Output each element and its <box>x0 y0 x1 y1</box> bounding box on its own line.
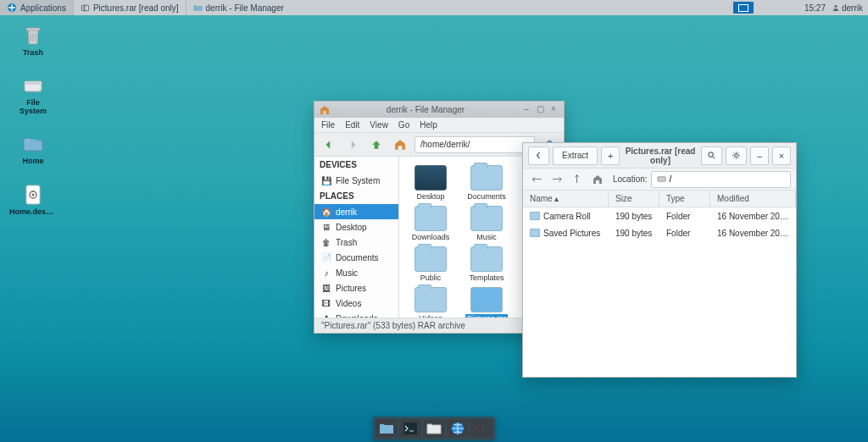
clock[interactable]: 15:27 <box>804 3 826 13</box>
fm-sidebar: DEVICES💾File SystemPLACES🏠derrik🖥Desktop… <box>314 157 399 318</box>
folder-icon <box>470 206 503 231</box>
add-button[interactable]: + <box>601 146 620 165</box>
desktop-icon-drive[interactable]: File System <box>12 74 54 115</box>
workspace-icon <box>733 2 754 14</box>
svg-point-12 <box>735 154 738 157</box>
home-button[interactable] <box>391 135 409 154</box>
dock-globe[interactable] <box>447 419 469 438</box>
location-path[interactable]: / <box>651 171 791 188</box>
dock-files[interactable] <box>376 419 398 438</box>
menu-file[interactable]: File <box>321 120 335 130</box>
minimize-button[interactable]: – <box>521 105 531 115</box>
fm-titlebar[interactable]: derrik - File Manager – ▢ × <box>314 102 564 118</box>
folder-icon <box>470 246 503 272</box>
archive-row[interactable]: Saved Pictures190 bytesFolder16 November… <box>523 224 796 241</box>
archive-row[interactable]: Camera Roll190 bytesFolder16 November 20… <box>523 207 796 224</box>
dock-terminal[interactable] <box>399 419 421 438</box>
status-text: "Pictures.rar" (533 bytes) RAR archive <box>321 321 465 330</box>
file-music[interactable]: Music <box>462 206 511 241</box>
sidebar-item-videos[interactable]: 🎞Videos <box>314 296 398 311</box>
drive-icon <box>21 74 45 97</box>
home-icon <box>394 139 406 151</box>
arch-title: Pictures.rar [read only] <box>623 146 698 165</box>
menu-help[interactable]: Help <box>420 120 437 130</box>
arch-file-list[interactable]: Name ▴SizeTypeModified Camera Roll190 by… <box>523 191 796 377</box>
applications-menu-button[interactable]: Applications <box>0 0 73 15</box>
forward-button[interactable] <box>343 135 362 154</box>
svg-rect-6 <box>25 81 42 85</box>
extract-button[interactable]: Extract <box>553 146 598 165</box>
taskbar-item-filemanager[interactable]: derrik - File Manager <box>186 0 291 15</box>
menu-view[interactable]: View <box>370 120 388 130</box>
documents-icon: 📄 <box>321 252 331 262</box>
nav-home-button[interactable] <box>589 171 606 188</box>
maximize-button[interactable]: ▢ <box>535 105 545 115</box>
trash-icon: 🗑 <box>321 237 331 247</box>
desktop-icon-folder[interactable]: Home <box>12 132 54 165</box>
music-icon: ♪ <box>321 268 331 278</box>
file-templates[interactable]: Templates <box>462 246 511 282</box>
back-button[interactable] <box>528 146 549 165</box>
path-text: /home/derrik/ <box>420 140 470 149</box>
svg-point-7 <box>39 88 41 90</box>
arrow-left-icon <box>323 139 335 151</box>
sidebar-item-downloads[interactable]: ⬇Downloads <box>314 311 398 318</box>
desktop-icon-label: Trash <box>23 49 43 57</box>
menu-button[interactable] <box>726 146 747 165</box>
user-menu[interactable]: derrik <box>832 3 863 13</box>
search-button[interactable] <box>701 146 722 165</box>
file-public[interactable]: Public <box>406 246 455 282</box>
sidebar-item-music[interactable]: ♪Music <box>314 265 398 280</box>
sidebar-item-derrik[interactable]: 🏠derrik <box>314 204 398 219</box>
svg-rect-2 <box>84 5 85 10</box>
file-documents[interactable]: Documents <box>462 165 511 201</box>
close-button[interactable]: × <box>772 146 791 165</box>
arrow-up-icon <box>370 139 382 151</box>
nav-forward-button[interactable]: 🡒 <box>548 171 565 188</box>
sidebar-item-file-system[interactable]: 💾File System <box>314 173 398 188</box>
taskbar-item-archive[interactable]: Pictures.rar [read only] <box>73 0 186 15</box>
sidebar-item-documents[interactable]: 📄Documents <box>314 250 398 265</box>
menu-go[interactable]: Go <box>398 120 409 130</box>
sidebar-item-trash[interactable]: 🗑Trash <box>314 235 398 250</box>
minimize-button[interactable]: – <box>750 146 769 165</box>
column-size[interactable]: Size <box>609 191 659 207</box>
column-type[interactable]: Type <box>659 191 710 207</box>
row-name: Saved Pictures <box>523 229 609 238</box>
folder-icon <box>530 229 540 237</box>
web-icon <box>426 422 442 435</box>
desktop-icon-settings-file[interactable]: Home.deskt... <box>12 183 54 216</box>
path-bar[interactable]: /home/derrik/ <box>415 136 535 153</box>
location-path-text: / <box>670 174 672 184</box>
desktop-icon-trash[interactable]: Trash <box>12 24 54 57</box>
workspace-indicator[interactable] <box>728 0 759 15</box>
dock-web[interactable] <box>423 419 445 438</box>
terminal-icon <box>403 422 418 435</box>
files-icon <box>379 422 394 435</box>
close-button[interactable]: × <box>548 105 559 115</box>
folder-icon <box>530 212 540 220</box>
home-icon: 🏠 <box>321 207 331 217</box>
back-button[interactable] <box>320 135 338 154</box>
file-desktop[interactable]: Desktop <box>406 165 455 201</box>
row-modified: 16 November 2018,... <box>710 229 796 238</box>
nav-back-button[interactable]: 🡐 <box>528 171 545 188</box>
search-icon <box>707 151 716 160</box>
up-button[interactable] <box>367 135 386 154</box>
column-name[interactable]: Name ▴ <box>523 191 609 207</box>
archive-window: Extract + Pictures.rar [read only] – × 🡐… <box>522 142 797 378</box>
sidebar-item-desktop[interactable]: 🖥Desktop <box>314 219 398 235</box>
sidebar-item-pictures[interactable]: 🖼Pictures <box>314 280 398 296</box>
search-icon <box>474 422 489 435</box>
home-icon <box>320 105 330 115</box>
sidebar-item-label: Documents <box>336 253 379 262</box>
sidebar-item-label: Pictures <box>336 284 366 293</box>
folder-icon <box>415 287 447 312</box>
sort-indicator-icon: ▴ <box>554 194 559 203</box>
dock <box>373 417 495 440</box>
file-downloads[interactable]: Downloads <box>406 206 455 241</box>
menu-edit[interactable]: Edit <box>345 120 359 130</box>
column-modified[interactable]: Modified <box>710 191 796 207</box>
nav-up-button[interactable]: 🡑 <box>569 171 586 188</box>
dock-search[interactable] <box>470 419 492 438</box>
